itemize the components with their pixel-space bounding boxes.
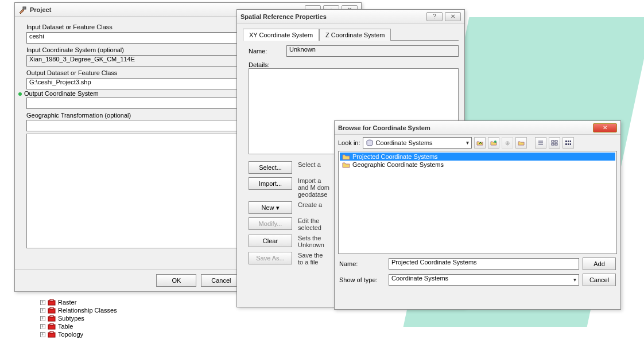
svg-rect-21 xyxy=(568,141,569,142)
toolbox-icon xyxy=(48,299,56,306)
list-item[interactable]: Projected Coordinate Systems xyxy=(340,153,615,161)
output-cs-label: Output Coordinate System xyxy=(24,90,99,97)
home-button[interactable] xyxy=(488,137,499,149)
up-folder-button[interactable] xyxy=(474,137,486,149)
ok-button[interactable]: OK xyxy=(156,274,196,287)
expand-icon[interactable]: + xyxy=(40,324,45,329)
list-item[interactable]: Geographic Coordinate Systems xyxy=(340,161,615,169)
details-label: Details: xyxy=(249,61,283,68)
required-indicator-icon xyxy=(18,92,22,96)
lookin-combo[interactable]: Coordinate Systems xyxy=(363,137,472,149)
tree-label: Subtypes xyxy=(58,315,84,322)
import-button[interactable]: Import... xyxy=(249,177,292,190)
tree-item[interactable]: + Raster xyxy=(40,298,117,306)
svg-point-12 xyxy=(494,141,496,143)
list-view-button[interactable] xyxy=(535,137,546,149)
tab-xy-coordinate-system[interactable]: XY Coordinate System xyxy=(243,29,319,41)
new-folder-button[interactable] xyxy=(515,137,527,149)
name-label: Name: xyxy=(339,260,385,267)
lookin-label: Look in: xyxy=(338,139,360,146)
file-list[interactable]: Projected Coordinate Systems Geographic … xyxy=(338,151,617,254)
name-field: Unknown xyxy=(286,45,459,57)
database-icon xyxy=(366,139,374,146)
svg-rect-19 xyxy=(555,143,557,145)
tab-z-coordinate-system[interactable]: Z Coordinate System xyxy=(319,29,391,41)
modify-button: Modify... xyxy=(249,217,292,230)
svg-rect-22 xyxy=(570,141,571,142)
tree-item[interactable]: + Table xyxy=(40,322,117,330)
titlebar: Spatial Reference Properties ? ✕ xyxy=(237,10,464,24)
tree-item[interactable]: + Subtypes xyxy=(40,314,117,322)
svg-rect-20 xyxy=(565,141,567,142)
toolbox-icon xyxy=(48,323,56,330)
catalog-tree: + Raster + Relationship Classes + Subtyp… xyxy=(40,298,117,338)
help-button[interactable]: ? xyxy=(426,12,443,21)
thumbnails-view-button[interactable] xyxy=(562,137,574,149)
svg-rect-16 xyxy=(552,141,554,142)
toolbox-icon xyxy=(48,307,56,314)
window-title: Spatial Reference Properties xyxy=(240,13,426,20)
folder-icon xyxy=(342,153,350,160)
clear-button[interactable]: Clear xyxy=(249,235,292,247)
tree-item[interactable]: + Relationship Classes xyxy=(40,306,117,314)
tree-item[interactable]: + Topology xyxy=(40,330,117,338)
expand-icon[interactable]: + xyxy=(40,332,45,337)
hammer-icon xyxy=(18,6,26,14)
new-button[interactable]: New ▾ xyxy=(249,201,292,214)
cancel-button[interactable]: Cancel xyxy=(201,274,241,287)
close-button[interactable]: ✕ xyxy=(593,123,617,132)
toolbox-icon xyxy=(48,331,56,338)
tree-label: Raster xyxy=(58,299,76,306)
name-label: Name: xyxy=(249,48,283,54)
add-button[interactable]: Add xyxy=(583,258,616,270)
svg-rect-3 xyxy=(50,307,53,309)
titlebar: Browse for Coordinate System ✕ xyxy=(335,121,620,135)
svg-rect-25 xyxy=(570,143,571,145)
svg-rect-17 xyxy=(555,141,557,142)
connect-button: ⊕ xyxy=(502,137,513,149)
select-button[interactable]: Select... xyxy=(249,161,292,174)
svg-rect-10 xyxy=(23,7,26,9)
name-field[interactable]: Projected Coordinate Systems xyxy=(389,258,579,270)
expand-icon[interactable]: + xyxy=(40,308,45,313)
save-as-button: Save As... xyxy=(249,252,292,264)
details-view-button[interactable] xyxy=(549,137,560,149)
close-button[interactable]: ✕ xyxy=(445,12,461,21)
cancel-button[interactable]: Cancel xyxy=(583,274,616,286)
tree-label: Relationship Classes xyxy=(58,307,117,314)
tree-label: Table xyxy=(58,323,73,330)
svg-rect-24 xyxy=(568,143,569,145)
list-item-label: Projected Coordinate Systems xyxy=(352,153,438,160)
window-title: Browse for Coordinate System xyxy=(338,124,593,131)
show-type-label: Show of type: xyxy=(339,276,385,283)
list-item-label: Geographic Coordinate Systems xyxy=(352,161,444,168)
svg-rect-5 xyxy=(50,315,53,317)
toolbox-icon xyxy=(48,315,56,322)
expand-icon[interactable]: + xyxy=(40,316,45,321)
expand-icon[interactable]: + xyxy=(40,300,45,305)
svg-rect-23 xyxy=(565,143,567,145)
folder-icon xyxy=(342,161,350,168)
svg-rect-9 xyxy=(50,332,53,333)
svg-rect-1 xyxy=(50,299,53,301)
svg-rect-18 xyxy=(552,143,554,145)
svg-rect-7 xyxy=(50,323,53,325)
tree-label: Topology xyxy=(58,331,83,338)
browse-dialog: Browse for Coordinate System ✕ Look in: … xyxy=(334,120,621,310)
show-type-combo[interactable]: Coordinate Systems xyxy=(389,274,579,286)
